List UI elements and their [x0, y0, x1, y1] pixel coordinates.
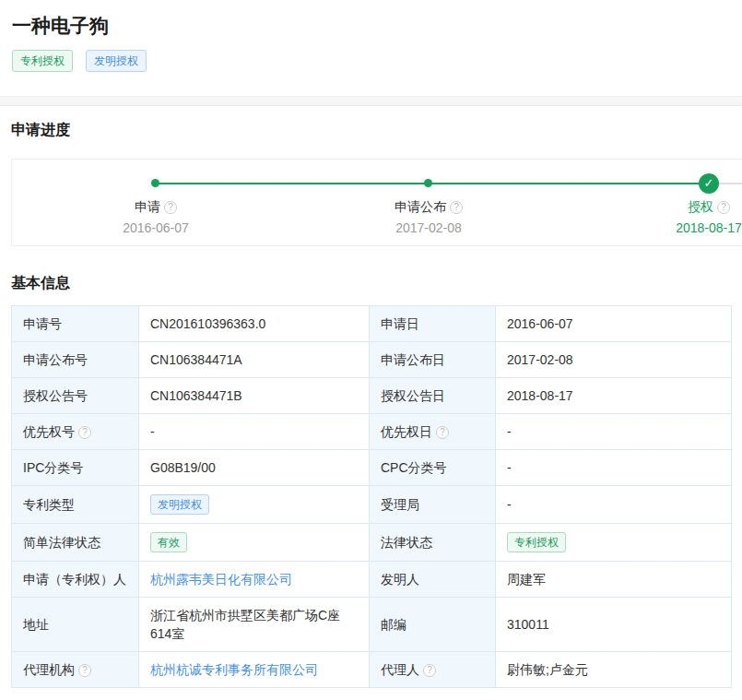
cell-label: 地址	[12, 597, 139, 651]
section-divider	[0, 96, 742, 106]
cell-value-priority-date: -	[496, 413, 732, 449]
step-date: 2017-02-08	[355, 219, 502, 236]
help-icon[interactable]: ?	[164, 201, 177, 214]
page-header: 一种电子狗 专利授权 发明授权	[0, 0, 742, 72]
cell-value-publication-number: CN106384471A	[139, 341, 370, 377]
cell-value-priority-number: -	[139, 413, 370, 449]
cell-label: 申请日	[370, 305, 496, 341]
basic-info-section-heading: 基本信息	[11, 274, 742, 291]
table-row: 代理机构? 杭州杭诚专利事务所有限公司 代理人? 尉伟敏;卢金元	[12, 651, 732, 687]
help-icon[interactable]: ?	[436, 426, 449, 439]
cell-label: 申请号	[12, 305, 139, 341]
simple-legal-status-tag: 有效	[150, 532, 187, 552]
page-title: 一种电子狗	[12, 15, 730, 37]
cell-label: 专利类型	[12, 485, 139, 523]
timeline-step-grant: 授权? 2018-08-17	[635, 198, 742, 236]
cell-label: CPC分类号	[370, 449, 496, 485]
cell-label: 申请公布号	[12, 341, 139, 377]
help-icon[interactable]: ?	[78, 664, 91, 677]
agency-link[interactable]: 杭州杭诚专利事务所有限公司	[150, 662, 318, 677]
cell-value-grant-number: CN106384471B	[139, 377, 370, 413]
timeline-dot-application	[151, 179, 159, 187]
table-row: 申请号 CN201610396363.0 申请日 2016-06-07	[12, 305, 732, 341]
step-date: 2016-06-07	[82, 219, 230, 236]
legal-status-tag: 专利授权	[507, 532, 566, 552]
cell-label: 优先权号	[23, 424, 75, 439]
timeline-step-publication: 申请公布? 2017-02-08	[355, 198, 502, 236]
table-row: 授权公告号 CN106384471B 授权公告日 2018-08-17	[12, 377, 732, 413]
timeline-dot-publication	[424, 179, 432, 187]
table-row: 申请公布号 CN106384471A 申请公布日 2017-02-08	[12, 341, 732, 377]
table-row: 地址 浙江省杭州市拱墅区美都广场C座614室 邮编 310011	[12, 597, 732, 651]
step-label: 申请公布	[395, 199, 446, 214]
table-row: 简单法律状态 有效 法律状态 专利授权	[12, 523, 732, 561]
cell-label: 优先权日	[381, 424, 432, 439]
progress-section-heading: 申请进度	[11, 121, 742, 138]
help-icon[interactable]: ?	[717, 201, 730, 214]
cell-value-postcode: 310011	[496, 597, 732, 651]
table-row: 申请（专利权）人 杭州露韦美日化有限公司 发明人 周建军	[12, 561, 732, 597]
cell-label: 邮编	[370, 597, 496, 651]
cell-value-grant-date: 2018-08-17	[496, 377, 732, 413]
cell-label: 申请公布日	[370, 341, 496, 377]
cell-label: 授权公告日	[370, 377, 496, 413]
help-icon[interactable]: ?	[78, 426, 91, 439]
cell-label: 发明人	[370, 561, 496, 597]
cell-label: 代理人	[381, 662, 419, 677]
cell-value-agents: 尉伟敏;卢金元	[496, 651, 732, 687]
help-icon[interactable]: ?	[423, 664, 436, 677]
cell-label: 代理机构	[23, 662, 75, 677]
application-progress-timeline: ✓ 申请? 2016-06-07 申请公布? 2017-02-08 授权? 20…	[11, 159, 742, 246]
step-label: 授权	[688, 199, 713, 214]
step-label: 申请	[135, 199, 160, 214]
cell-value-inventor: 周建军	[496, 561, 732, 597]
basic-info-table: 申请号 CN201610396363.0 申请日 2016-06-07 申请公布…	[11, 305, 732, 688]
cell-label: 申请（专利权）人	[12, 561, 139, 597]
help-icon[interactable]: ?	[450, 201, 463, 214]
timeline-check-icon: ✓	[699, 173, 719, 194]
applicant-link[interactable]: 杭州露韦美日化有限公司	[150, 572, 292, 587]
table-row: IPC分类号 G08B19/00 CPC分类号 -	[12, 449, 732, 485]
table-row: 专利类型 发明授权 受理局 -	[12, 485, 732, 523]
patent-type-tag: 发明授权	[150, 494, 209, 515]
timeline-track-completed	[156, 183, 709, 184]
cell-label: 简单法律状态	[12, 523, 139, 561]
step-date: 2018-08-17	[635, 219, 742, 236]
status-tag-patent-granted: 专利授权	[12, 50, 73, 72]
cell-value-ipc-class: G08B19/00	[139, 449, 370, 485]
timeline-step-application: 申请? 2016-06-07	[82, 198, 230, 236]
cell-value-application-date: 2016-06-07	[496, 305, 732, 341]
cell-label: IPC分类号	[12, 449, 139, 485]
table-row: 优先权号? - 优先权日? -	[12, 413, 732, 449]
cell-value-receiving-office: -	[496, 485, 732, 523]
cell-value-address: 浙江省杭州市拱墅区美都广场C座614室	[139, 597, 370, 651]
cell-label: 法律状态	[370, 523, 496, 561]
cell-label: 受理局	[370, 485, 496, 523]
title-tags-row: 专利授权 发明授权	[12, 50, 730, 72]
cell-value-cpc-class: -	[496, 449, 732, 485]
cell-value-publication-date: 2017-02-08	[496, 341, 732, 377]
status-tag-invention-granted: 发明授权	[86, 50, 147, 72]
cell-label: 授权公告号	[12, 377, 139, 413]
cell-value-application-number: CN201610396363.0	[139, 305, 370, 341]
